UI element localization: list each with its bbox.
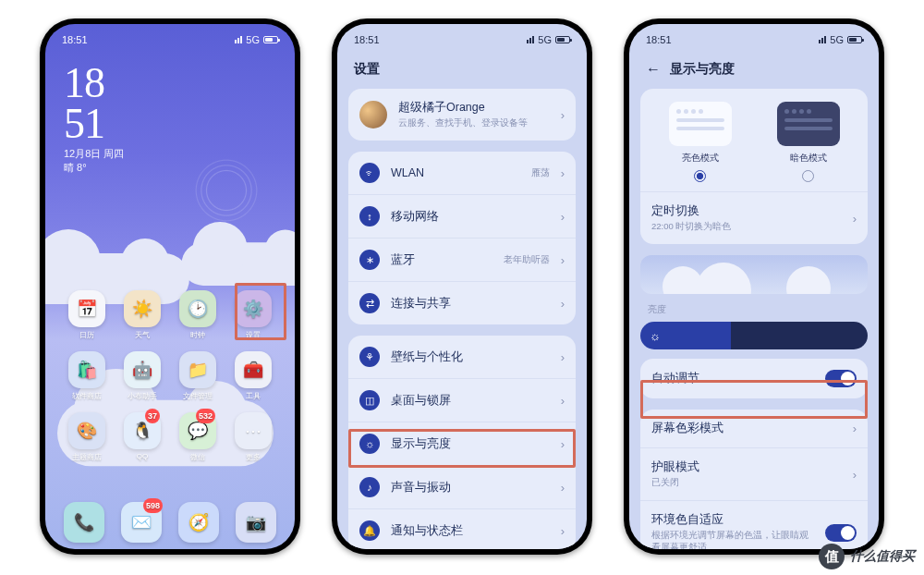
light-mode-option[interactable]: 亮色模式	[669, 102, 732, 182]
profile-name: 超级橘子Orange	[398, 100, 550, 116]
row-home-lock[interactable]: ◫桌面与锁屏›	[348, 378, 576, 422]
light-mode-label: 亮色模式	[682, 152, 719, 165]
chevron-right-icon: ›	[561, 350, 565, 364]
avatar	[359, 101, 387, 128]
network-icon: 5G	[538, 34, 552, 45]
watermark-icon: 值	[819, 544, 845, 569]
app-label: 工具	[246, 391, 261, 401]
page-title: 设置	[354, 61, 380, 78]
chevron-right-icon: ›	[561, 253, 565, 267]
signal-icon	[819, 36, 826, 43]
settings-group-network: ᯤWLAN雁荡› ↕移动网络› ∗蓝牙老年助听器› ⇄连接与共享›	[348, 152, 576, 324]
theme-options: 亮色模式 暗色模式	[640, 89, 868, 191]
app-tools[interactable]: 🧰工具	[228, 351, 278, 401]
battery-icon	[555, 36, 570, 43]
row-mobile-network[interactable]: ↕移动网络›	[348, 194, 576, 238]
app-files[interactable]: 📁文件管理	[173, 351, 223, 401]
chevron-right-icon: ›	[853, 468, 857, 482]
dock-messages[interactable]: ✉️598	[113, 502, 170, 543]
row-label: 环境色自适应	[651, 512, 814, 528]
app-qq[interactable]: 🐧QQ37	[117, 412, 167, 462]
row-wlan[interactable]: ᯤWLAN雁荡›	[348, 152, 576, 194]
row-display-brightness[interactable]: ☼显示与亮度›	[348, 422, 576, 465]
status-indicators: 5G	[235, 34, 278, 45]
settings-screen: 18:51 5G 设置 超级橘子Orange 云服务、查找手机、登录设备等 › …	[337, 24, 587, 549]
toggle-on-icon[interactable]	[825, 370, 857, 387]
status-indicators: 5G	[527, 34, 570, 45]
chevron-right-icon: ›	[561, 524, 565, 538]
row-label: 蓝牙	[391, 252, 492, 268]
app-label: 更多	[246, 452, 261, 462]
status-bar: 18:51 5G	[45, 24, 295, 55]
row-bluetooth[interactable]: ∗蓝牙老年助听器›	[348, 238, 576, 281]
dock-phone[interactable]: 📞	[55, 502, 113, 543]
settings-group-display: ⚘壁纸与个性化› ◫桌面与锁屏› ☼显示与亮度› ♪声音与振动› 🔔通知与状态栏…	[348, 336, 576, 549]
chevron-right-icon: ›	[561, 481, 565, 495]
profile-sub: 云服务、查找手机、登录设备等	[398, 117, 550, 129]
brightness-slider[interactable]: ☼	[640, 322, 868, 349]
chevron-right-icon: ›	[853, 422, 857, 435]
app-themes[interactable]: 🎨主题商店	[62, 412, 112, 462]
app-more[interactable]: ⋯更多	[228, 412, 278, 462]
app-weather[interactable]: ☀️天气	[117, 290, 167, 340]
row-label: 显示与亮度	[391, 436, 550, 452]
wallpaper-preview	[640, 255, 868, 294]
phone-settings: 18:51 5G 设置 超级橘子Orange 云服务、查找手机、登录设备等 › …	[332, 18, 592, 555]
row-sub: 根据环境光调节屏幕的色温，让眼睛观看屏幕更舒适	[651, 530, 814, 549]
row-hint: 雁荡	[531, 166, 550, 179]
dock-browser[interactable]: 🧭	[170, 502, 227, 543]
app-label: 软件商店	[72, 391, 102, 401]
row-label: 自动调节	[651, 371, 814, 386]
clock-minutes: 51	[64, 104, 276, 144]
app-row-2: 🛍️软件商店 🤖小布助手 📁文件管理 🧰工具	[45, 351, 295, 401]
row-sound[interactable]: ♪声音与振动›	[348, 465, 576, 508]
row-eye-comfort[interactable]: 护眼模式已关闭›	[640, 447, 868, 500]
app-assistant[interactable]: 🤖小布助手	[117, 351, 167, 401]
row-connections[interactable]: ⇄连接与共享›	[348, 281, 576, 324]
radio-selected-icon	[694, 170, 706, 182]
home-screen: 18:51 5G 18 51 12月8日 周四 晴 8° 📅日历 ☀️天气 🕑时…	[45, 24, 295, 549]
date-text: 12月8日 周四	[64, 148, 124, 159]
nfc-icon	[235, 36, 242, 43]
toggle-on-icon[interactable]	[825, 524, 857, 542]
row-label: 护眼模式	[651, 459, 842, 475]
dock-camera[interactable]: 📷	[227, 502, 285, 543]
row-schedule[interactable]: 定时切换 22:00 时切换为暗色 ›	[640, 191, 868, 244]
mobile-data-icon: ↕	[359, 206, 380, 226]
dark-mode-option[interactable]: 暗色模式	[777, 102, 840, 182]
app-store[interactable]: 🛍️软件商店	[62, 351, 112, 401]
app-label: 小布助手	[128, 391, 157, 401]
row-label: 连接与共享	[391, 296, 550, 312]
app-settings[interactable]: ⚙️设置	[228, 290, 278, 340]
badge: 598	[143, 498, 163, 513]
app-wechat[interactable]: 💬微信532	[173, 412, 223, 462]
row-ambient-color[interactable]: 环境色自适应根据环境光调节屏幕的色温，让眼睛观看屏幕更舒适	[640, 500, 868, 549]
chevron-right-icon: ›	[853, 212, 857, 226]
badge: 37	[145, 409, 160, 423]
sun-icon: ☼	[650, 329, 661, 343]
back-button[interactable]: ←	[646, 62, 661, 77]
profile-card[interactable]: 超级橘子Orange 云服务、查找手机、登录设备等 ›	[348, 89, 576, 141]
row-auto-brightness[interactable]: 自动调节	[640, 359, 868, 398]
watermark-text: 什么值得买	[850, 548, 915, 565]
app-label: 文件管理	[183, 391, 213, 401]
chevron-right-icon: ›	[561, 210, 565, 224]
share-icon: ⇄	[359, 293, 380, 313]
status-time: 18:51	[354, 34, 380, 45]
app-label: QQ	[137, 452, 148, 460]
wifi-icon: ᯤ	[359, 163, 380, 183]
brightness-section-label: 亮度	[648, 303, 860, 316]
bluetooth-icon: ∗	[359, 250, 380, 270]
sound-icon: ♪	[359, 477, 380, 497]
row-color-mode[interactable]: 屏幕色彩模式›	[640, 410, 868, 447]
app-clock[interactable]: 🕑时钟	[173, 290, 223, 340]
row-wallpaper[interactable]: ⚘壁纸与个性化›	[348, 336, 576, 378]
battery-icon	[263, 36, 278, 43]
row-sub: 已关闭	[651, 477, 842, 489]
bell-icon: 🔔	[359, 520, 380, 541]
app-calendar[interactable]: 📅日历	[62, 290, 112, 340]
chevron-right-icon: ›	[561, 166, 565, 180]
app-label: 微信	[190, 452, 205, 462]
dark-mode-label: 暗色模式	[790, 152, 827, 165]
row-notifications[interactable]: 🔔通知与状态栏›	[348, 508, 576, 549]
